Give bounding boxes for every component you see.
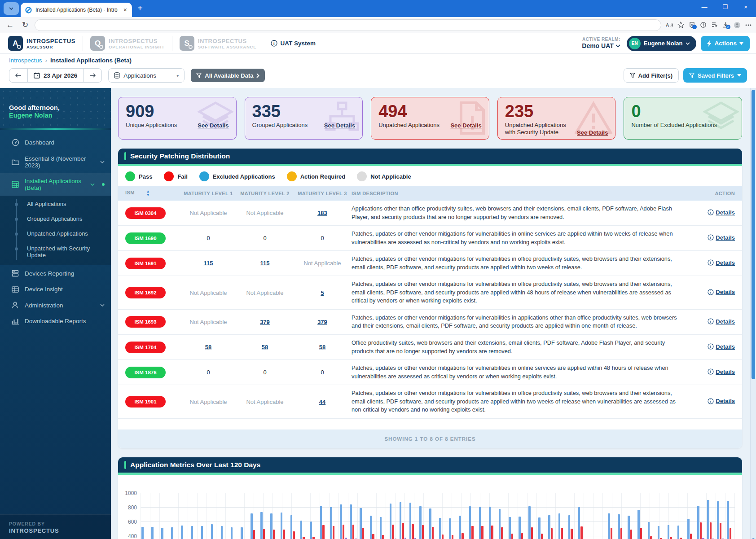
details-link[interactable]: Details [708,368,735,375]
chart-bar-group[interactable] [320,506,327,539]
chart-bar-group[interactable] [400,502,407,539]
back-button[interactable]: ← [4,21,16,30]
date-picker[interactable]: 23 Apr 2026 [27,69,84,82]
sidebar-subitem-grouped-applications[interactable]: Grouped Applications [0,211,111,226]
menu-dots-icon[interactable] [745,24,752,26]
chart-bar-group[interactable] [648,522,655,539]
browser-essentials-icon[interactable]: b [689,22,695,28]
chart-bar-group[interactable] [618,514,625,539]
add-filters-button[interactable]: Add Filter(s) [624,68,679,83]
logo-assessor[interactable]: A INTROSPECTUSASSESSOR [6,36,83,51]
maturity-level-2-value[interactable]: 58 [237,344,293,351]
address-bar[interactable] [35,19,661,31]
chart-bar-group[interactable] [548,515,555,539]
chart-bar-group[interactable] [390,504,397,539]
downloads-icon[interactable]: 0 [722,22,729,28]
chart-bar-group[interactable] [499,509,506,539]
chart-bar-group[interactable] [419,506,426,539]
sidebar-item-essential-8-november-2023-[interactable]: Essential 8 (November 2023) [0,151,111,173]
chart-bar-group[interactable] [429,508,436,539]
collections-icon[interactable] [711,22,718,28]
maturity-level-1-value[interactable]: 58 [180,344,237,351]
chart-bar-group[interactable] [608,513,615,539]
sidebar-item-device-insight[interactable]: Device Insight [0,281,111,297]
chart-bar-group[interactable] [687,519,694,539]
sidebar-subitem-all-applications[interactable]: All Applications [0,197,111,211]
breadcrumb-root-link[interactable]: Introspectus [9,57,42,64]
actions-button[interactable]: Actions [701,36,750,51]
favorite-star-icon[interactable] [677,22,684,28]
chart-bar-group[interactable] [439,518,446,539]
chart-bar-group[interactable] [270,513,277,539]
date-next-button[interactable] [84,69,101,82]
chart-bar-group[interactable] [677,526,685,539]
chart-bar-group[interactable] [260,512,268,539]
chart-bar-group[interactable] [290,515,298,539]
chart-bar-group[interactable] [221,526,228,539]
sidebar-subitem-unpatched-with-security-update[interactable]: Unpatched with Security Update [0,241,111,263]
maturity-level-3-value[interactable]: 5 [293,289,352,296]
chart-bar-group[interactable] [201,526,208,539]
scrollbar-thumb[interactable] [752,90,755,379]
saved-filters-button[interactable]: Saved Filters [683,68,747,83]
details-link[interactable]: Details [708,234,735,241]
chart-bar-group[interactable] [727,501,734,539]
chart-bar-group[interactable] [519,517,526,539]
chart-bar-group[interactable] [241,527,248,539]
maturity-level-2-value[interactable]: 379 [237,319,293,325]
chart-bar-group[interactable] [191,526,198,539]
page-scrollbar[interactable]: ▼ [750,88,756,539]
browser-tab[interactable]: Installed Applications (Beta) - Intro × [21,3,132,17]
window-maximize-button[interactable]: ❐ [715,0,735,13]
active-realm[interactable]: ACTIVE REALM: Demo UAT [582,37,620,50]
chart-bar-group[interactable] [231,527,238,539]
new-tab-button[interactable]: + [137,3,143,13]
sidebar-item-administration[interactable]: Administration [0,297,111,313]
chart-bar-group[interactable] [637,510,645,539]
maturity-level-3-value[interactable]: 183 [293,210,352,216]
refresh-button[interactable]: ↻ [20,20,30,30]
details-link[interactable]: Details [708,398,735,404]
chart-bar-group[interactable] [459,516,466,539]
chart-bar-group[interactable] [568,515,576,539]
chart-bar-group[interactable] [479,507,486,539]
chart-bar-group[interactable] [697,506,704,539]
profile-icon[interactable] [734,22,741,29]
chart-bar-group[interactable] [658,526,665,539]
chart-bar-group[interactable] [181,526,188,539]
sidebar-item-downloadable-reports[interactable]: Downloadable Reports [0,313,111,329]
chart-bar-group[interactable] [141,527,149,539]
read-aloud-icon[interactable]: A [666,22,673,28]
sidebar-item-installed-applications-beta-[interactable]: Installed Applications (Beta) [0,173,111,196]
details-link[interactable]: Details [708,289,735,295]
chart-bar-group[interactable] [409,503,417,539]
data-scope-button[interactable]: All Available Data [191,69,265,82]
maturity-level-3-value[interactable]: 58 [293,344,352,351]
sidebar-item-dashboard[interactable]: Dashboard [0,134,111,151]
chart-bar-group[interactable] [558,513,566,539]
dataset-select[interactable]: Applications ▾ [108,68,185,83]
chart-bar-group[interactable] [707,500,714,539]
tab-search-button[interactable] [4,2,19,15]
chart-bar-group[interactable] [330,507,337,539]
details-link[interactable]: Details [708,259,735,266]
chart-bar-group[interactable] [628,516,635,539]
chart-bar-group[interactable] [281,513,288,539]
chart-bar-group[interactable] [528,506,536,539]
sidebar-subitem-unpatched-applications[interactable]: Unpatched Applications [0,226,111,241]
chart-bar-group[interactable] [668,525,675,539]
sort-icon[interactable]: ▲▼ [146,190,150,196]
chart-bar-group[interactable] [300,521,308,539]
chart-bar-group[interactable] [469,506,476,539]
maturity-level-3-value[interactable]: 379 [293,319,352,325]
chart-bar-group[interactable] [380,517,387,539]
chart-bar-group[interactable] [538,517,545,539]
details-link[interactable]: Details [708,318,735,325]
chart-bar-group[interactable] [171,527,178,539]
details-link[interactable]: Details [708,343,735,350]
scrollbar-down-arrow[interactable]: ▼ [751,537,756,539]
chart-bar-group[interactable] [578,507,585,539]
chart-bar-group[interactable] [251,513,258,539]
chart-bar-group[interactable] [340,504,347,539]
chart-bar-group[interactable] [350,504,357,539]
